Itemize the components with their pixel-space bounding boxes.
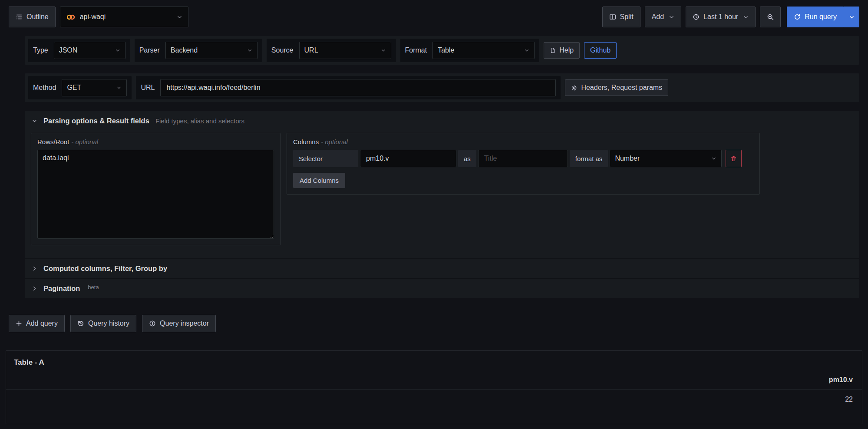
headers-request-params-label: Headers, Request params <box>581 84 662 92</box>
source-value: URL <box>304 46 318 54</box>
column-title-input[interactable] <box>478 150 568 167</box>
url-input[interactable] <box>160 79 556 96</box>
datasource-logo-icon <box>66 14 76 20</box>
format-select[interactable]: Table <box>432 42 535 59</box>
url-field-group: URL <box>136 76 561 99</box>
beta-badge: beta <box>88 284 99 290</box>
query-editor: Type JSON Parser Backend Source URL <box>25 36 859 298</box>
datasource-name: api-waqi <box>80 13 106 21</box>
query-history-button[interactable]: Query history <box>70 315 136 332</box>
chevron-right-icon <box>32 266 37 271</box>
parser-label: Parser <box>139 46 160 54</box>
delete-column-button[interactable] <box>726 150 742 167</box>
chevron-down-icon <box>381 48 386 53</box>
format-field-group: Format Table <box>400 39 540 62</box>
grafana-explore-page: { "toolbar": { "outline": "Outline", "da… <box>0 0 868 429</box>
rows-root-textarea[interactable]: data.iaqi <box>37 150 274 239</box>
type-select[interactable]: JSON <box>54 42 125 59</box>
table-cell-value: 22 <box>6 390 862 409</box>
headers-request-params-button[interactable]: Headers, Request params <box>565 79 668 96</box>
outline-button[interactable]: Outline <box>9 7 56 27</box>
query-inspector-label: Query inspector <box>160 320 209 327</box>
parser-select[interactable]: Backend <box>165 42 257 59</box>
add-dropdown-button[interactable]: Add <box>645 7 681 27</box>
columns-label-text: Columns <box>293 138 319 145</box>
computed-columns-section-header[interactable]: Computed columns, Filter, Group by <box>25 258 859 278</box>
add-label: Add <box>652 13 664 21</box>
computed-columns-title: Computed columns, Filter, Group by <box>43 264 167 273</box>
run-query-label: Run query <box>805 13 837 21</box>
chevron-down-icon <box>743 14 749 20</box>
help-label: Help <box>559 46 574 54</box>
trash-icon <box>730 155 737 162</box>
outline-icon <box>16 13 23 20</box>
outline-label: Outline <box>26 13 49 21</box>
chevron-down-icon <box>524 48 529 53</box>
time-range-picker[interactable]: Last 1 hour <box>686 7 756 27</box>
selector-label: Selector <box>293 150 358 167</box>
columns-box: Columns- optional Selector as format as … <box>287 133 760 195</box>
gear-icon <box>571 85 578 91</box>
add-query-button[interactable]: Add query <box>9 315 65 332</box>
panel-title: Table - A <box>6 351 862 370</box>
as-label: as <box>458 150 476 167</box>
chevron-down-icon <box>711 156 716 161</box>
run-query-button-group: Run query <box>787 7 859 27</box>
method-label: Method <box>33 84 56 92</box>
split-button[interactable]: Split <box>602 7 640 27</box>
plus-icon <box>16 320 22 327</box>
chevron-down-icon <box>115 48 120 53</box>
table-column-header[interactable]: pm10.v <box>6 370 862 389</box>
query-inspector-button[interactable]: Query inspector <box>142 315 216 332</box>
github-label: Github <box>590 46 611 54</box>
column-definition-row: Selector as format as Number <box>293 150 753 167</box>
parsing-options-body: Rows/Root- optional data.iaqi Columns- o… <box>25 131 859 258</box>
parsing-options-title: Parsing options & Result fields <box>43 117 149 125</box>
chevron-right-icon <box>32 286 37 291</box>
type-field-group: Type JSON <box>28 39 130 62</box>
chevron-down-icon <box>116 85 122 90</box>
method-value: GET <box>67 84 81 92</box>
pagination-section-header[interactable]: Pagination beta <box>25 278 859 298</box>
chevron-down-icon <box>32 118 37 124</box>
method-field-group: Method GET <box>28 76 132 99</box>
add-columns-button[interactable]: Add Columns <box>293 173 345 188</box>
chevron-down-icon <box>849 14 855 20</box>
zoom-out-icon <box>767 13 774 21</box>
zoom-out-button[interactable] <box>760 7 781 27</box>
split-label: Split <box>620 13 634 21</box>
result-table-panel: Table - A pm10.v 22 <box>6 350 862 424</box>
toolbar: Outline api-waqi Split Add Last 1 hour <box>0 0 868 34</box>
format-value: Table <box>438 46 454 54</box>
datasource-picker[interactable]: api-waqi <box>60 7 188 27</box>
run-query-caret-button[interactable] <box>844 7 859 27</box>
column-format-select[interactable]: Number <box>610 150 722 167</box>
github-button[interactable]: Github <box>584 42 617 59</box>
chevron-down-icon <box>669 14 674 20</box>
query-footer-actions: Add query Query history Query inspector <box>9 315 859 332</box>
columns-label: Columns- optional <box>293 138 753 145</box>
column-format-value: Number <box>615 155 640 162</box>
document-icon <box>550 47 556 53</box>
clock-icon <box>693 13 700 20</box>
time-range-label: Last 1 hour <box>703 13 738 21</box>
history-icon <box>77 320 84 327</box>
format-as-label: format as <box>570 150 608 167</box>
format-label: Format <box>405 46 427 54</box>
chevron-down-icon <box>177 14 182 20</box>
info-icon <box>149 320 156 327</box>
rows-root-box: Rows/Root- optional data.iaqi <box>31 133 281 245</box>
rows-root-optional-text: - optional <box>71 138 98 145</box>
parser-field-group: Parser Backend <box>135 39 262 62</box>
add-query-label: Add query <box>26 320 58 327</box>
columns-optional-text: - optional <box>321 138 348 145</box>
parsing-options-section-header[interactable]: Parsing options & Result fields Field ty… <box>25 111 859 131</box>
run-query-button[interactable]: Run query <box>787 7 844 27</box>
help-button[interactable]: Help <box>544 42 580 59</box>
editor-sections: Parsing options & Result fields Field ty… <box>25 111 859 298</box>
type-value: JSON <box>59 46 78 54</box>
method-select[interactable]: GET <box>62 79 127 96</box>
add-columns-label: Add Columns <box>300 177 339 184</box>
source-select[interactable]: URL <box>299 42 391 59</box>
column-selector-input[interactable] <box>360 150 456 167</box>
